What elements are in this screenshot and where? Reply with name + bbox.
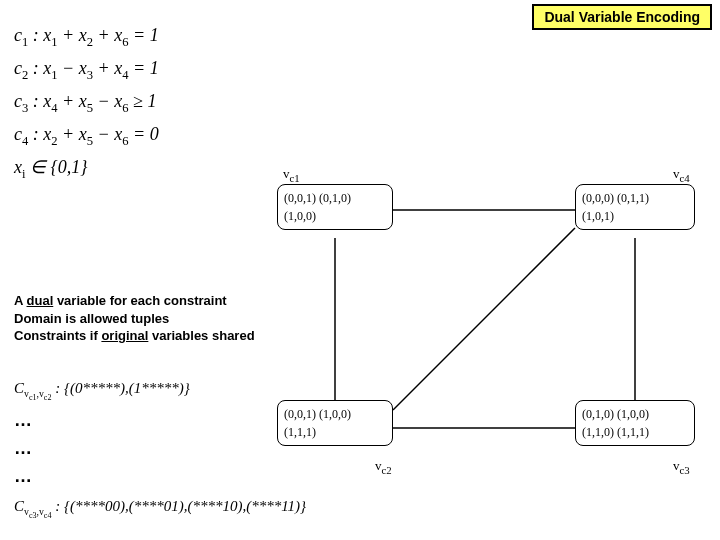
node-vc2: (0,0,1) (1,0,0) (1,1,1) xyxy=(277,400,393,446)
constraint-c3: c3 : x4 + x5 − x6 ≥ 1 xyxy=(14,86,159,119)
node-label-vc3: vc3 xyxy=(673,458,690,476)
graph-diagram: vc1 (0,0,1) (0,1,0) (1,0,0) vc4 (0,0,0) … xyxy=(275,180,705,475)
node-label-vc1: vc1 xyxy=(283,166,300,184)
description-block: A dual variable for each constraint Doma… xyxy=(14,292,255,345)
constraint-list: c1 : x1 + x2 + x6 = 1 c2 : x1 − x3 + x4 … xyxy=(14,20,159,185)
svg-line-4 xyxy=(393,228,575,410)
dual-constraint-2: Cvc3,vc4 : {(****00),(****01),(****10),(… xyxy=(14,498,306,520)
node-vc1: (0,0,1) (0,1,0) (1,0,0) xyxy=(277,184,393,230)
constraint-c1: c1 : x1 + x2 + x6 = 1 xyxy=(14,20,159,53)
constraint-domain: xi ∈ {0,1} xyxy=(14,152,159,185)
node-vc3: (0,1,0) (1,0,0) (1,1,0) (1,1,1) xyxy=(575,400,695,446)
node-vc4: (0,0,0) (0,1,1) (1,0,1) xyxy=(575,184,695,230)
title-badge: Dual Variable Encoding xyxy=(532,4,712,30)
ellipsis-1: … xyxy=(14,410,32,431)
constraint-c4: c4 : x2 + x5 − x6 = 0 xyxy=(14,119,159,152)
node-label-vc4: vc4 xyxy=(673,166,690,184)
ellipsis-2: … xyxy=(14,438,32,459)
ellipsis-3: … xyxy=(14,466,32,487)
node-label-vc2: vc2 xyxy=(375,458,392,476)
dual-constraint-1: Cvc1,vc2 : {(0*****),(1*****)} xyxy=(14,380,190,402)
constraint-c2: c2 : x1 − x3 + x4 = 1 xyxy=(14,53,159,86)
